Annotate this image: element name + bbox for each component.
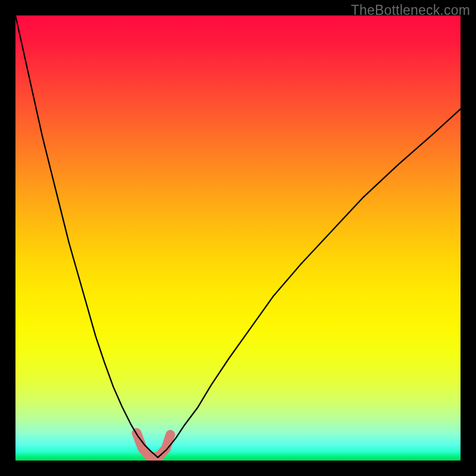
plot-area xyxy=(15,15,461,461)
bottleneck-curve-right xyxy=(158,109,461,458)
bottleneck-curve-left xyxy=(15,15,158,458)
watermark-text: TheBottleneck.com xyxy=(351,2,470,18)
curve-layer xyxy=(15,15,461,461)
chart-frame: TheBottleneck.com xyxy=(0,0,476,476)
